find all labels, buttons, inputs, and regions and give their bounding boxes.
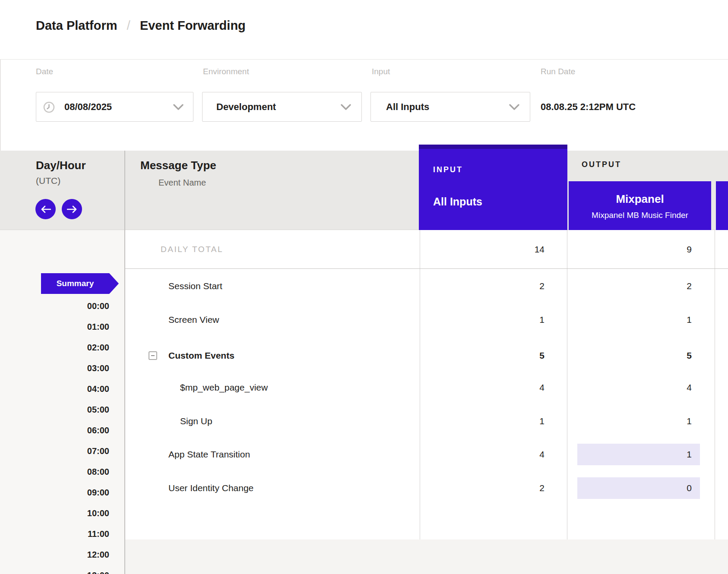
input-count-cell: 4 (420, 438, 544, 471)
day-hour-timezone: (UTC) (36, 176, 60, 186)
input-count-cell: 1 (420, 404, 544, 438)
environment-filter-label: Environment (203, 67, 249, 76)
output-column-header-mixpanel[interactable]: Mixpanel Mixpanel MB Music Finder (569, 181, 711, 230)
output-count-value: 1 (687, 315, 692, 325)
output-column-partial (716, 181, 728, 230)
arrow-left-icon (41, 205, 51, 213)
highlighted-cell-background (577, 477, 700, 499)
top-header-bar: Data Platform / Event Forwarding (0, 0, 728, 60)
clock-icon (43, 101, 55, 113)
daily-total-label: DAILY TOTAL (161, 230, 223, 268)
input-count-cell: 1 (420, 303, 544, 337)
minus-glyph (151, 355, 155, 356)
previous-day-button[interactable] (35, 199, 56, 219)
input-section-label: INPUT (433, 165, 463, 174)
daily-total-row: DAILY TOTAL 14 9 (0, 230, 728, 268)
output-count-value: 4 (687, 382, 692, 392)
input-filter-label: Input (372, 67, 390, 76)
chevron-down-icon (173, 104, 184, 110)
input-select[interactable]: All Inputs (370, 92, 530, 122)
output-count-cell: 1 (567, 438, 715, 471)
table-row: $mp_web_page_view 4 4 (0, 371, 728, 404)
output-count-cell: 5 (567, 339, 715, 372)
daily-total-border (125, 268, 728, 269)
table-row: Screen View 1 1 (0, 303, 728, 337)
run-date-value: 08.08.25 2:12PM UTC (541, 101, 636, 113)
date-filter-label: Date (36, 67, 53, 76)
event-row-label: Sign Up (180, 404, 212, 438)
daily-total-input-count: 14 (420, 230, 544, 268)
event-name-subheader: Event Name (158, 178, 206, 188)
breadcrumb-section[interactable]: Data Platform (36, 19, 117, 33)
event-row-label: $mp_web_page_view (180, 371, 268, 404)
hour-row-label[interactable]: 13:00 (0, 565, 109, 574)
output-section-label: OUTPUT (582, 160, 621, 169)
table-row: Session Start 2 2 (0, 269, 728, 303)
table-row: Sign Up 1 1 (0, 404, 728, 438)
date-select[interactable]: 08/08/2025 (36, 92, 193, 122)
breadcrumb-page-title: Event Forwarding (140, 19, 246, 33)
table-row: App State Transition 4 1 (0, 438, 728, 471)
message-type-header: Message Type (140, 159, 216, 172)
input-select-value: All Inputs (386, 92, 429, 121)
date-select-value: 08/08/2025 (64, 92, 112, 121)
table-footer-area (125, 539, 728, 574)
output-column-name: Mixpanel (569, 192, 711, 206)
output-count-cell: 1 (567, 303, 715, 337)
table-row: Custom Events 5 5 (0, 339, 728, 372)
output-count-cell: 4 (567, 371, 715, 404)
hour-row-label[interactable]: 10:00 (0, 503, 109, 524)
highlighted-cell-background (577, 444, 700, 465)
hour-row-label[interactable]: 12:00 (0, 544, 109, 565)
chevron-down-icon (509, 104, 519, 110)
breadcrumb: Data Platform / Event Forwarding (36, 18, 246, 33)
event-row-label: App State Transition (168, 438, 250, 471)
input-column-header[interactable]: INPUT All Inputs (419, 145, 567, 230)
output-count-cell: 1 (567, 404, 715, 438)
output-count-cell: 0 (567, 471, 715, 505)
breadcrumb-separator: / (127, 18, 130, 33)
output-count-value: 5 (687, 350, 692, 360)
input-count-cell: 5 (420, 339, 544, 372)
output-count-value: 1 (687, 449, 692, 459)
event-row-label: User Identity Change (168, 471, 253, 505)
next-day-button[interactable] (62, 199, 82, 219)
chevron-down-icon (341, 104, 351, 110)
event-row-label: Screen View (168, 303, 219, 337)
environment-select-value: Development (216, 92, 276, 121)
run-date-label: Run Date (541, 67, 575, 76)
daily-total-output-count: 9 (567, 230, 715, 268)
input-count-cell: 2 (420, 471, 544, 505)
input-count-cell: 4 (420, 371, 544, 404)
output-count-cell: 2 (567, 269, 715, 303)
output-count-value: 2 (687, 281, 692, 291)
day-hour-header: Day/Hour (36, 159, 86, 172)
hour-row-label[interactable]: 11:00 (0, 524, 109, 544)
output-count-value: 0 (687, 483, 692, 493)
arrow-right-icon (67, 205, 77, 213)
output-column-subtitle: Mixpanel MB Music Finder (569, 211, 711, 220)
minus-square-icon[interactable] (149, 351, 157, 360)
event-forwarding-page: Data Platform / Event Forwarding Date En… (0, 0, 728, 574)
input-count-cell: 2 (420, 269, 544, 303)
table-row: User Identity Change 2 0 (0, 471, 728, 505)
event-row-label: Session Start (168, 269, 222, 303)
output-count-value: 1 (687, 416, 692, 426)
event-row-label: Custom Events (168, 339, 234, 372)
input-column-name: All Inputs (433, 196, 482, 208)
environment-select[interactable]: Development (202, 92, 362, 122)
